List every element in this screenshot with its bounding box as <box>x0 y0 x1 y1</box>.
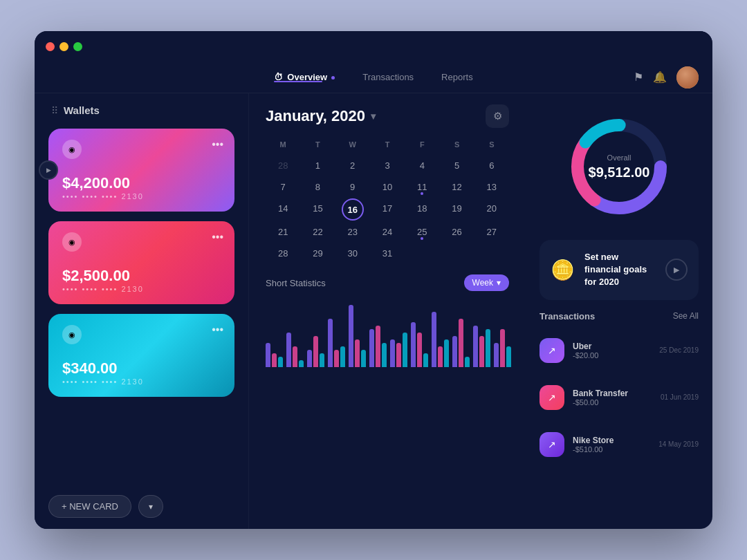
cal-cell[interactable]: 24 <box>370 222 405 242</box>
card-amount: $340.00 <box>62 360 221 377</box>
bar-purple <box>349 305 353 367</box>
cal-cell[interactable]: 27 <box>474 222 509 242</box>
cal-cell[interactable]: 15 <box>300 198 335 221</box>
wallet-card-1[interactable]: ▶ ◉ ••• $4,200.00 •••• •••• •••• 2130 <box>48 129 234 212</box>
sidebar-header: ⠿ Wallets <box>48 104 234 116</box>
cal-cell[interactable]: 14 <box>266 198 300 221</box>
active-indicator <box>331 76 335 80</box>
cal-cell[interactable]: 10 <box>370 177 405 197</box>
bar-group <box>369 326 387 367</box>
bar-purple <box>286 333 291 367</box>
bar-group <box>286 333 304 367</box>
tx-info: Nike Store -$510.00 <box>573 436 650 454</box>
bar-pink <box>438 346 443 367</box>
week-filter-button[interactable]: Week ▾ <box>464 274 509 291</box>
app-window: ⏱ Overview Transactions Reports ⚑ 🔔 ⠿ Wa… <box>35 31 712 529</box>
tx-name: Nike Store <box>573 436 650 445</box>
card-logo: ◉ <box>62 232 82 252</box>
card-menu-icon[interactable]: ••• <box>212 324 223 336</box>
dropdown-button[interactable]: ▾ <box>138 495 163 518</box>
tab-reports[interactable]: Reports <box>441 72 473 82</box>
bar-cyan <box>299 360 304 367</box>
gear-button[interactable]: ⚙ <box>486 104 509 128</box>
avatar[interactable] <box>676 66 699 88</box>
card-menu-icon[interactable]: ••• <box>212 138 223 151</box>
cal-week-2: 7 8 9 10 11 12 13 <box>266 177 509 197</box>
bell-icon[interactable]: 🔔 <box>653 71 667 84</box>
cal-week-5: 28 29 30 31 <box>266 243 509 263</box>
nav-actions: ⚑ 🔔 <box>634 66 699 88</box>
bar-pink <box>313 336 318 367</box>
cal-cell[interactable]: 30 <box>335 243 370 263</box>
card-menu-icon[interactable]: ••• <box>212 231 223 243</box>
card-number: •••• •••• •••• 2130 <box>62 377 221 386</box>
bar-purple <box>432 312 436 367</box>
bar-purple <box>473 326 478 367</box>
transaction-item-bank[interactable]: ↗ Bank Transfer -$50.00 01 Jun 2019 <box>540 380 699 416</box>
bar-purple <box>452 336 457 367</box>
sidebar-title: Wallets <box>64 104 100 116</box>
minimize-button[interactable] <box>59 42 68 51</box>
new-card-button[interactable]: + NEW CARD <box>48 495 131 518</box>
cal-cell <box>405 243 439 263</box>
cal-days-header: M T W T F S S <box>266 138 509 151</box>
cal-cell[interactable]: 21 <box>266 222 300 242</box>
cal-cell-today[interactable]: 16 <box>342 198 364 221</box>
flag-icon[interactable]: ⚑ <box>634 71 643 84</box>
bar-group <box>307 336 324 367</box>
cal-cell[interactable]: 19 <box>439 198 474 221</box>
cal-cell[interactable]: 18 <box>405 198 439 221</box>
clock-icon: ⏱ <box>274 72 283 82</box>
tx-name: Uber <box>573 342 651 351</box>
cal-cell[interactable]: 31 <box>370 243 405 263</box>
cal-cell[interactable]: 13 <box>474 177 509 197</box>
transactions-title: Transactions <box>540 311 595 321</box>
cal-cell[interactable]: 6 <box>474 156 509 176</box>
cal-cell[interactable]: 17 <box>370 198 405 221</box>
tx-amount: -$50.00 <box>573 398 652 407</box>
bar-group <box>494 329 511 367</box>
play-button[interactable]: ▶ <box>39 160 58 180</box>
see-all-button[interactable]: See All <box>673 311 699 321</box>
tab-transactions[interactable]: Transactions <box>362 72 414 82</box>
transaction-item-nike[interactable]: ↗ Nike Store -$510.00 14 May 2019 <box>540 427 699 463</box>
bar-purple <box>411 322 416 367</box>
bar-cyan <box>486 329 490 367</box>
close-button[interactable] <box>46 42 55 51</box>
cal-cell[interactable]: 9 <box>335 177 370 197</box>
transaction-item-uber[interactable]: ↗ Uber -$20.00 25 Dec 2019 <box>540 333 699 368</box>
cal-cell[interactable]: 3 <box>370 156 405 176</box>
cal-cell[interactable]: 29 <box>300 243 335 263</box>
cal-cell[interactable]: 28 <box>266 243 300 263</box>
sidebar: ⠿ Wallets ▶ ◉ ••• $4,200.00 •••• •••• ••… <box>35 93 249 529</box>
cal-cell[interactable]: 20 <box>474 198 509 221</box>
cal-cell[interactable]: 28 <box>266 156 300 176</box>
calendar-arrow[interactable]: ▾ <box>371 111 376 122</box>
maximize-button[interactable] <box>73 42 82 51</box>
cal-cell[interactable]: 2 <box>335 156 370 176</box>
cal-cell[interactable]: 23 <box>335 222 370 242</box>
cal-cell[interactable]: 1 <box>300 156 335 176</box>
cal-cell[interactable]: 5 <box>439 156 474 176</box>
donut-center: Overall $9,512.00 <box>589 153 650 180</box>
cal-cell[interactable]: 26 <box>439 222 474 242</box>
cal-cell-with-dot[interactable]: 11 <box>405 177 439 197</box>
cal-cell[interactable]: 4 <box>405 156 439 176</box>
card-number: •••• •••• •••• 2130 <box>62 285 221 293</box>
tab-overview[interactable]: ⏱ Overview <box>274 72 335 82</box>
bar-cyan <box>361 350 366 367</box>
tx-date: 25 Dec 2019 <box>659 346 699 354</box>
cal-cell[interactable]: 8 <box>300 177 335 197</box>
cal-cell-with-dot[interactable]: 25 <box>405 222 439 242</box>
goal-card[interactable]: 🪙 Set new financial goals for 2020 ▶ <box>540 240 699 300</box>
goal-play-button[interactable]: ▶ <box>665 259 688 281</box>
cal-cell[interactable]: 12 <box>439 177 474 197</box>
wallet-card-2[interactable]: ◉ ••• $2,500.00 •••• •••• •••• 2130 <box>48 221 234 304</box>
card-logo: ◉ <box>62 325 82 344</box>
tx-info: Bank Transfer -$50.00 <box>573 389 652 407</box>
wallet-card-3[interactable]: ◉ ••• $340.00 •••• •••• •••• 2130 <box>48 314 234 397</box>
goal-icon: 🪙 <box>551 259 575 281</box>
cal-cell[interactable]: 7 <box>266 177 300 197</box>
tx-icon: ↗ <box>540 338 564 363</box>
cal-cell[interactable]: 22 <box>300 222 335 242</box>
